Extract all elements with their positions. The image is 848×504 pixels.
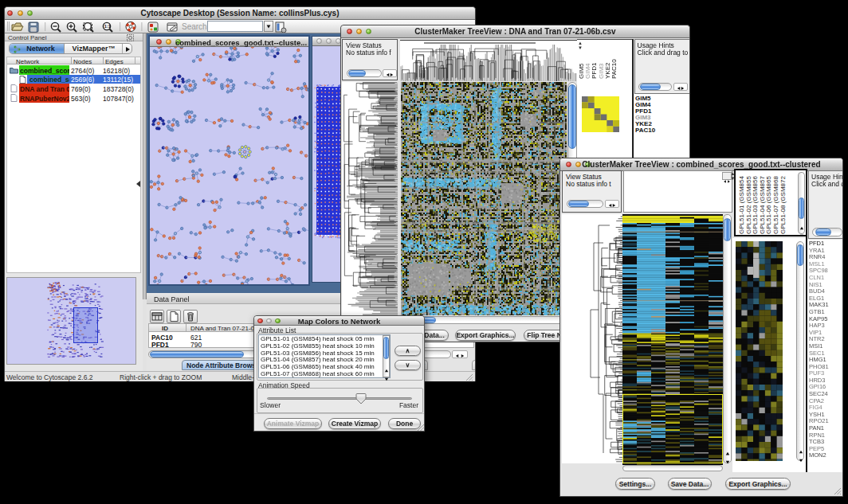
svg-text:1:1: 1:1 bbox=[104, 24, 111, 29]
